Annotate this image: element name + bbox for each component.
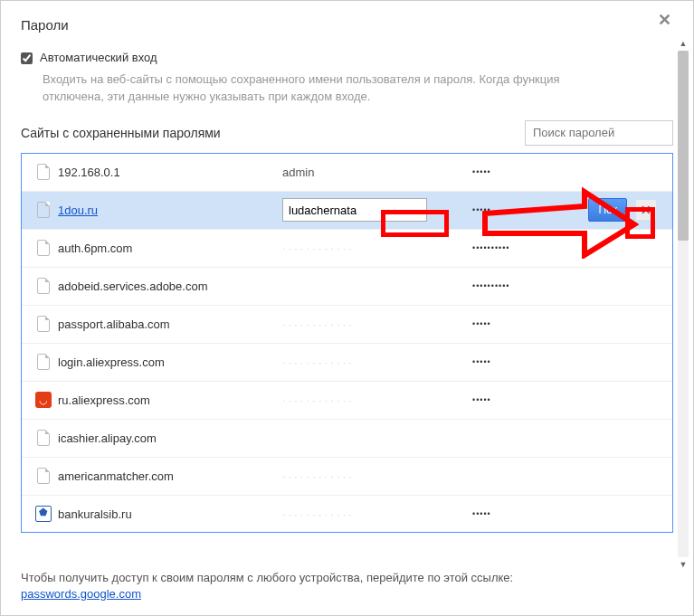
table-row[interactable]: auth.6pm.com· · · · · · · · · · · ·•••••… [22, 230, 672, 268]
dialog-scrollbar[interactable]: ▲ ▼ [678, 51, 689, 557]
username-cell: · · · · · · · · · · · · [282, 469, 472, 483]
username-cell: · · · · · · · · · · · · [282, 355, 472, 369]
bank-icon [35, 506, 52, 522]
username-cell: admin [282, 166, 472, 179]
footer-text: Чтобы получить доступ к своим паролям с … [21, 570, 673, 602]
delete-row-button[interactable]: ✕ [636, 200, 656, 220]
scrollbar-thumb[interactable] [678, 51, 689, 241]
show-password-button[interactable]: Пок [588, 198, 627, 222]
document-icon [37, 316, 50, 332]
document-icon [37, 202, 50, 218]
obscured-username: · · · · · · · · · · · · [282, 318, 352, 331]
site-cell: ru.aliexpress.com [56, 393, 282, 407]
row-actions [581, 344, 663, 381]
aliexpress-icon: ◡ [35, 392, 52, 408]
row-actions [581, 268, 663, 305]
site-cell: login.aliexpress.com [56, 355, 282, 369]
site-cell: americanmatcher.com [56, 469, 282, 483]
scroll-up-icon[interactable]: ▲ [678, 38, 689, 49]
username-input[interactable] [282, 198, 427, 222]
row-actions [581, 496, 663, 533]
table-row[interactable]: 192.168.0.1admin••••• [22, 154, 672, 192]
password-cell: ••••• [472, 509, 581, 518]
site-cell: adobeid.services.adobe.com [56, 280, 282, 293]
password-cell: •••••••••• [472, 243, 581, 252]
obscured-username: · · · · · · · · · · · · [282, 356, 352, 369]
row-actions [581, 458, 663, 495]
username-cell: · · · · · · · · · · · · [282, 242, 472, 255]
password-cell: ••••• [472, 357, 581, 366]
row-actions [581, 420, 663, 457]
document-icon [37, 164, 50, 180]
close-icon[interactable]: ✕ [658, 10, 671, 30]
row-actions [581, 306, 663, 343]
table-row[interactable]: icashier.alipay.com [22, 420, 672, 458]
auto-login-checkbox[interactable] [21, 52, 33, 64]
row-actions: Пок✕ [581, 192, 663, 229]
table-row[interactable]: 1dou.ru•••••Пок✕ [22, 192, 672, 230]
table-row[interactable]: passport.alibaba.com· · · · · · · · · · … [22, 306, 672, 344]
obscured-username: · · · · · · · · · · · · [282, 394, 352, 407]
table-row[interactable]: adobeid.services.adobe.com•••••••••• [22, 268, 672, 306]
document-icon [37, 468, 50, 484]
auto-login-description: Входить на веб-сайты с помощью сохраненн… [43, 71, 622, 106]
username-cell [282, 198, 472, 222]
table-row[interactable]: americanmatcher.com· · · · · · · · · · ·… [22, 458, 672, 496]
site-cell[interactable]: 1dou.ru [56, 204, 282, 217]
table-row[interactable]: bankuralsib.ru· · · · · · · · · · · ·•••… [22, 496, 672, 533]
dialog-title: Пароли [21, 17, 673, 33]
footer-link[interactable]: passwords.google.com [21, 587, 141, 601]
footer-text-label: Чтобы получить доступ к своим паролям с … [21, 571, 513, 584]
password-cell: ••••• [472, 167, 581, 176]
document-icon [37, 430, 50, 446]
row-actions [581, 382, 663, 419]
username-cell: · · · · · · · · · · · · [282, 507, 472, 521]
auto-login-row: Автоматический вход [21, 51, 673, 64]
search-input[interactable] [525, 120, 673, 146]
passwords-dialog: ✕ Пароли Автоматический вход Входить на … [0, 0, 694, 616]
row-actions [581, 154, 663, 191]
document-icon [37, 354, 50, 370]
row-actions [581, 230, 663, 267]
section-title: Сайты с сохраненными паролями [21, 126, 221, 140]
site-cell: auth.6pm.com [56, 242, 282, 255]
document-icon [37, 278, 50, 294]
document-icon [37, 240, 50, 256]
site-cell: bankuralsib.ru [56, 507, 282, 521]
auto-login-label: Автоматический вход [40, 51, 157, 64]
password-cell: ••••• [472, 205, 581, 214]
username-cell: · · · · · · · · · · · · [282, 393, 472, 407]
password-cell: ••••• [472, 319, 581, 328]
obscured-username: · · · · · · · · · · · · [282, 470, 352, 483]
scroll-down-icon[interactable]: ▼ [678, 559, 689, 570]
obscured-username: · · · · · · · · · · · · [282, 508, 352, 521]
site-cell: icashier.alipay.com [56, 431, 282, 445]
site-cell: passport.alibaba.com [56, 317, 282, 331]
password-cell: ••••• [472, 395, 581, 404]
obscured-username: · · · · · · · · · · · · [282, 242, 352, 255]
site-cell: 192.168.0.1 [56, 166, 282, 179]
username-cell: · · · · · · · · · · · · [282, 317, 472, 331]
passwords-table: 192.168.0.1admin•••••1dou.ru•••••Пок✕aut… [21, 153, 673, 533]
password-cell: •••••••••• [472, 281, 581, 290]
table-row[interactable]: login.aliexpress.com· · · · · · · · · · … [22, 344, 672, 382]
section-header-row: Сайты с сохраненными паролями [21, 120, 673, 146]
table-row[interactable]: ◡ru.aliexpress.com· · · · · · · · · · · … [22, 382, 672, 420]
